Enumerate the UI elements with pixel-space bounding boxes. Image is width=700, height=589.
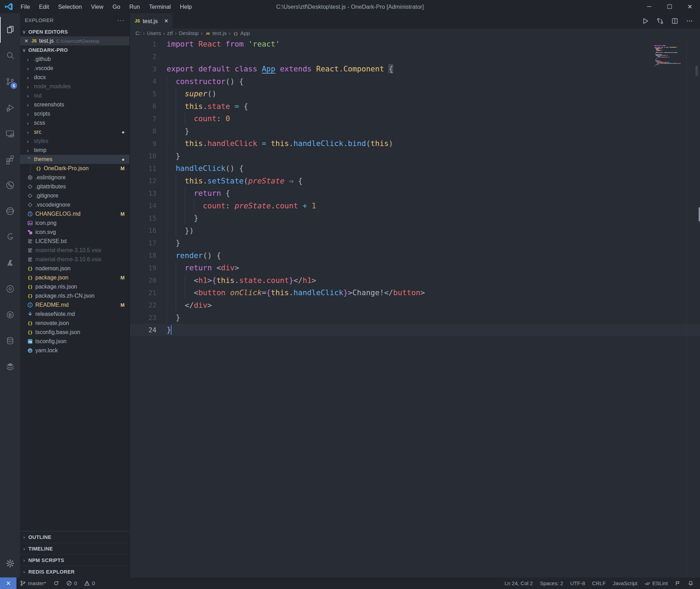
maximize-button[interactable]: ☐ (659, 0, 680, 13)
status-cursor-position[interactable]: Ln 24, Col 2 (501, 577, 536, 589)
activity-azure[interactable] (0, 250, 20, 276)
file-material-theme-3-10-6-vsix[interactable]: material-theme-3.10.6.vsix (20, 255, 130, 264)
activity-codetour[interactable] (0, 276, 20, 302)
activity-remote-explorer[interactable] (0, 120, 20, 146)
split-editor-button[interactable] (669, 15, 680, 27)
activity-extensions[interactable] (0, 146, 20, 172)
file-tsconfig-base-json[interactable]: {}tsconfig.base.json (20, 328, 130, 337)
breadcrumb-item-c-[interactable]: C: (135, 30, 141, 36)
menu-selection[interactable]: Selection (54, 2, 86, 12)
file--vscodeignore[interactable]: .vscodeignore (20, 200, 130, 209)
folder-screenshots[interactable]: ›screenshots (20, 100, 130, 109)
code-line-1[interactable]: 1import React from 'react' (130, 38, 700, 50)
code-line-7[interactable]: 7 count: 0 (130, 112, 700, 125)
code-line-5[interactable]: 5 super() (130, 88, 700, 100)
file-package-json[interactable]: {}package.jsonM (20, 273, 130, 282)
activity-gitlens[interactable] (0, 172, 20, 198)
code-line-9[interactable]: 9 this.handleClick = this.handleClick.bi… (130, 137, 700, 150)
code-line-18[interactable]: 18 render() { (130, 249, 700, 262)
project-section-header[interactable]: ∨ ONEDARK-PRO (20, 46, 130, 55)
code-line-3[interactable]: 3export default class App extends React.… (130, 63, 700, 75)
code-area[interactable]: 1import React from 'react'23export defau… (130, 38, 700, 577)
file--gitignore[interactable]: .gitignore (20, 191, 130, 200)
code-line-6[interactable]: 6 this.state = { (130, 100, 700, 113)
code-line-12[interactable]: 12 this.setState(preState ⇒ { (130, 175, 700, 187)
folder-temp[interactable]: ›temp (20, 146, 130, 155)
file-renovate-json[interactable]: {}renovate.json (20, 319, 130, 328)
folder-out[interactable]: ›out (20, 91, 130, 100)
open-editor-item-testjs[interactable]: ✕ JS test.js C:\Users\ztf\Desktop (20, 36, 130, 46)
sidebar-more-icon[interactable]: ··· (117, 17, 125, 24)
file-releasenote-md[interactable]: releaseNote.md (20, 310, 130, 319)
status-language-mode[interactable]: JavaScript (609, 577, 641, 589)
file-license-txt[interactable]: LICENSE.txt (20, 237, 130, 246)
menu-edit[interactable]: Edit (35, 2, 53, 12)
file-onedark-pro-json[interactable]: {}OneDark-Pro.jsonM (20, 164, 130, 173)
minimize-button[interactable]: ─ (639, 0, 659, 13)
activity-redis[interactable] (0, 354, 20, 380)
code-line-24[interactable]: 24} (130, 324, 700, 337)
breadcrumb-item-app[interactable]: {}App (233, 30, 250, 36)
breadcrumb-item-test-js[interactable]: JStest.js (205, 30, 226, 36)
menu-view[interactable]: View (87, 2, 107, 12)
file-yarn-lock[interactable]: yarn.lock (20, 346, 130, 355)
tab-testjs[interactable]: JS test.js ✕ (130, 13, 173, 29)
breadcrumb-item-desktop[interactable]: Desktop (179, 30, 199, 36)
section-npm-scripts[interactable]: ›NPM SCRIPTS (20, 554, 130, 566)
breadcrumb-item-users[interactable]: Users (147, 30, 161, 36)
file-package-nls-zh-cn-json[interactable]: {}package.nls.zh-CN.json (20, 291, 130, 300)
menu-terminal[interactable]: Terminal (145, 2, 175, 12)
activity-explorer[interactable] (0, 17, 20, 43)
file-icon-png[interactable]: icon.png (20, 219, 130, 228)
activity-edge-devtools[interactable] (0, 198, 20, 224)
code-line-4[interactable]: 4 constructor() { (130, 75, 700, 88)
folder-scripts[interactable]: ›scripts (20, 109, 130, 118)
code-line-23[interactable]: 23 } (130, 311, 700, 324)
folder-scss[interactable]: ›scss (20, 118, 130, 127)
folder-styles[interactable]: ›styles (20, 137, 130, 146)
menu-go[interactable]: Go (108, 2, 124, 12)
code-line-14[interactable]: 14 count: preState.count + 1 (130, 200, 700, 212)
folder-src[interactable]: ›src● (20, 127, 130, 137)
status-encoding[interactable]: UTF-8 (567, 577, 589, 589)
more-actions-button[interactable] (684, 15, 695, 27)
status-sync[interactable] (50, 577, 63, 589)
scrollbar-thumb[interactable] (695, 65, 698, 76)
section-outline[interactable]: ›OUTLINE (20, 531, 130, 543)
file-changelog-md[interactable]: CHANGELOG.mdM (20, 209, 130, 219)
file-tsconfig-json[interactable]: TStsconfig.json (20, 337, 130, 346)
activity-run-debug[interactable] (0, 95, 20, 120)
code-line-19[interactable]: 19 return <div> (130, 262, 700, 274)
settings-gear-button[interactable] (0, 553, 20, 574)
activity-live-tool[interactable] (0, 224, 20, 250)
code-line-11[interactable]: 11 handleClick() { (130, 162, 700, 175)
code-line-2[interactable]: 2 (130, 50, 700, 63)
folder-themes[interactable]: ›themes● (20, 155, 130, 164)
folder-docs[interactable]: ›docs (20, 73, 130, 82)
status-errors[interactable]: 0 (63, 577, 80, 589)
status-eslint-status[interactable]: ESLint (641, 577, 671, 589)
file--gitattributes[interactable]: .gitattributes (20, 182, 130, 191)
status-indentation[interactable]: Spaces: 2 (536, 577, 567, 589)
file-readme-md[interactable]: README.mdM (20, 300, 130, 310)
breadcrumb-item-ztf[interactable]: ztf (167, 30, 173, 36)
code-line-15[interactable]: 15 } (130, 212, 700, 224)
code-line-21[interactable]: 21 <button onClick={this.handleClick}>Ch… (130, 286, 700, 299)
activity-source-control[interactable]: 5 (0, 69, 20, 95)
file-icon-svg[interactable]: icon.svg (20, 228, 130, 237)
code-line-22[interactable]: 22 </div> (130, 299, 700, 312)
activity-database[interactable] (0, 328, 20, 354)
close-icon[interactable]: ✕ (23, 38, 29, 44)
menu-run[interactable]: Run (125, 2, 144, 12)
file-package-nls-json[interactable]: {}package.nls.json (20, 282, 130, 291)
code-line-17[interactable]: 17 } (130, 237, 700, 249)
close-button[interactable]: ✕ (680, 0, 700, 13)
code-line-16[interactable]: 16 }) (130, 224, 700, 237)
code-line-8[interactable]: 8 } (130, 125, 700, 138)
status-feedback[interactable] (671, 577, 684, 589)
menu-file[interactable]: File (17, 2, 34, 12)
folder-node-modules[interactable]: ›node_modules (20, 82, 130, 91)
folder--github[interactable]: ›.github (20, 55, 130, 64)
file-nodemon-json[interactable]: {}nodemon.json (20, 264, 130, 273)
status-warnings[interactable]: 0 (80, 577, 98, 589)
